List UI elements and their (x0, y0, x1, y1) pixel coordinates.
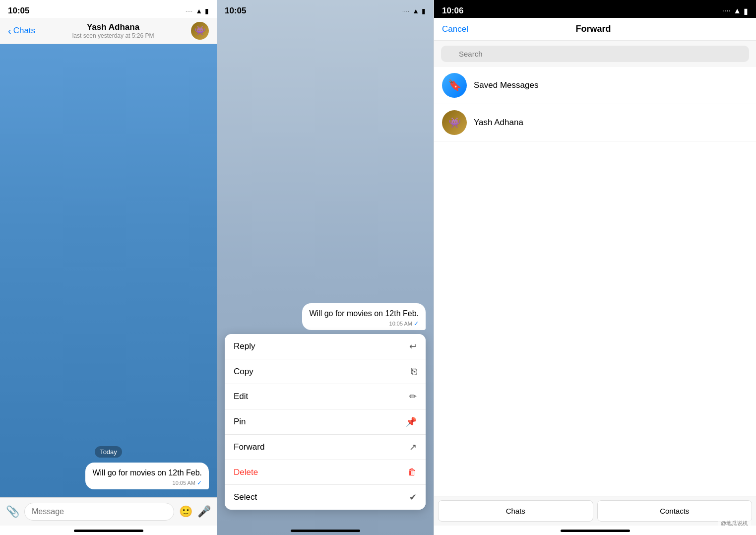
attach-icon[interactable]: 📎 (6, 505, 19, 518)
context-message-time: 10:05 AM (389, 321, 412, 327)
message-input[interactable] (24, 503, 174, 521)
search-wrapper: 🔍 (441, 46, 749, 62)
status-icons-panel3: ···· ▲ ▮ (722, 6, 748, 16)
input-bar: 📎 🙂 🎤 (0, 497, 217, 526)
contact-status: last seen yesterday at 5:26 PM (72, 32, 154, 39)
menu-item-select[interactable]: Select ✔ (225, 485, 426, 510)
status-time-panel1: 10:05 (8, 6, 29, 16)
menu-item-edit[interactable]: Edit ✏ (225, 384, 426, 409)
status-time-panel2: 10:05 (225, 6, 246, 16)
pin-icon: 📌 (406, 416, 417, 427)
search-input[interactable] (441, 46, 749, 62)
menu-item-forward[interactable]: Forward ↗ (225, 435, 426, 460)
cancel-button[interactable]: Cancel (442, 24, 468, 34)
status-icons-panel1: ···· ▲ ▮ (186, 7, 209, 15)
mic-icon[interactable]: 🎤 (197, 505, 211, 518)
menu-item-delete[interactable]: Delete 🗑 (225, 460, 426, 485)
home-indicator-panel1 (74, 530, 143, 532)
yash-name-label: Yash Adhana (474, 118, 523, 128)
back-button[interactable]: ‹ Chats (8, 25, 35, 37)
pin-label: Pin (234, 417, 246, 427)
message-meta: 10:05 AM ✓ (92, 479, 202, 486)
check-icon: ✓ (197, 479, 202, 486)
select-icon: ✔ (409, 492, 417, 503)
menu-item-reply[interactable]: Reply ↩ (225, 334, 426, 359)
saved-messages-label: Saved Messages (474, 80, 538, 90)
menu-item-copy[interactable]: Copy ⎘ (225, 359, 426, 384)
wifi-icon-p2: ▲ (412, 7, 419, 15)
copy-label: Copy (234, 367, 253, 377)
delete-label: Delete (234, 468, 258, 477)
yash-avatar-emoji: 👾 (448, 117, 461, 129)
forward-nav-bar: Cancel Forward (434, 18, 756, 41)
back-label[interactable]: Chats (13, 26, 35, 36)
forward-icon: ↗ (409, 442, 417, 453)
home-indicator-panel2 (291, 530, 360, 532)
contact-avatar[interactable]: 👾 (191, 22, 209, 40)
delete-icon: 🗑 (408, 467, 417, 477)
battery-icon-p3: ▮ (744, 6, 748, 16)
forward-title: Forward (575, 24, 611, 34)
message-text: Will go for movies on 12th Feb. (92, 468, 202, 478)
wifi-icon: ▲ (195, 7, 202, 15)
avatar-emoji: 👾 (194, 25, 205, 36)
watermark: @地瓜说机 (718, 519, 751, 528)
context-area: Will go for movies on 12th Feb. 10:05 AM… (217, 18, 434, 526)
forward-contact-list: 🔖 Saved Messages 👾 Yash Adhana (434, 67, 756, 496)
context-check-icon: ✓ (414, 320, 419, 327)
status-icons-panel2: ···· ▲ ▮ (402, 7, 426, 15)
menu-item-pin[interactable]: Pin 📌 (225, 409, 426, 435)
edit-icon: ✏ (409, 391, 417, 402)
status-bar-panel3: 10:06 ···· ▲ ▮ (434, 0, 756, 18)
signal-icon: ···· (186, 8, 193, 14)
sticker-icon[interactable]: 🙂 (179, 505, 192, 518)
forward-list-item-yash[interactable]: 👾 Yash Adhana (434, 104, 756, 141)
contact-name: Yash Adhana (87, 22, 139, 32)
nav-center-chat: Yash Adhana last seen yesterday at 5:26 … (72, 22, 154, 39)
chevron-left-icon: ‹ (8, 25, 11, 37)
status-bar-panel2: 10:05 ···· ▲ ▮ (217, 0, 434, 18)
home-indicator-panel3 (561, 530, 630, 532)
context-message-meta: 10:05 AM ✓ (309, 320, 419, 327)
date-badge: Today (95, 446, 122, 458)
context-menu: Reply ↩ Copy ⎘ Edit ✏ Pin 📌 Forward ↗ De… (225, 334, 426, 510)
panel-forward: 10:06 ···· ▲ ▮ Cancel Forward 🔍 🔖 Saved … (434, 0, 756, 535)
forward-label: Forward (234, 442, 264, 452)
message-bubble-outgoing: Will go for movies on 12th Feb. 10:05 AM… (85, 463, 209, 489)
signal-icon-p3: ···· (722, 6, 731, 15)
nav-bar-chat: ‹ Chats Yash Adhana last seen yesterday … (0, 18, 217, 44)
battery-icon: ▮ (205, 7, 209, 15)
copy-icon: ⎘ (411, 366, 417, 377)
chat-background: Today Will go for movies on 12th Feb. 10… (0, 44, 217, 497)
forward-search-bar: 🔍 (434, 41, 756, 67)
battery-icon-p2: ▮ (422, 7, 426, 15)
reply-label: Reply (234, 341, 255, 351)
status-bar-panel1: 10:05 ···· ▲ ▮ (0, 0, 217, 18)
select-label: Select (234, 492, 257, 502)
wifi-icon-p3: ▲ (733, 6, 741, 15)
context-message-bubble: Will go for movies on 12th Feb. 10:05 AM… (302, 303, 426, 330)
status-time-panel3: 10:06 (442, 6, 463, 16)
forward-bottom-tabs: Chats Contacts (434, 496, 756, 526)
tab-chats[interactable]: Chats (438, 500, 593, 522)
edit-label: Edit (234, 392, 248, 401)
reply-icon: ↩ (409, 341, 417, 352)
context-message-text: Will go for movies on 12th Feb. (309, 308, 419, 319)
bookmark-icon: 🔖 (448, 79, 461, 92)
saved-messages-avatar: 🔖 (442, 73, 467, 98)
yash-avatar: 👾 (442, 110, 467, 135)
panel-context-menu: 10:05 ···· ▲ ▮ Will go for movies on 12t… (217, 0, 434, 535)
panel-chat: 10:05 ···· ▲ ▮ ‹ Chats Yash Adhana last … (0, 0, 217, 535)
forward-list-item-saved[interactable]: 🔖 Saved Messages (434, 67, 756, 104)
signal-icon-p2: ···· (402, 8, 410, 14)
message-time: 10:05 AM (173, 480, 195, 486)
